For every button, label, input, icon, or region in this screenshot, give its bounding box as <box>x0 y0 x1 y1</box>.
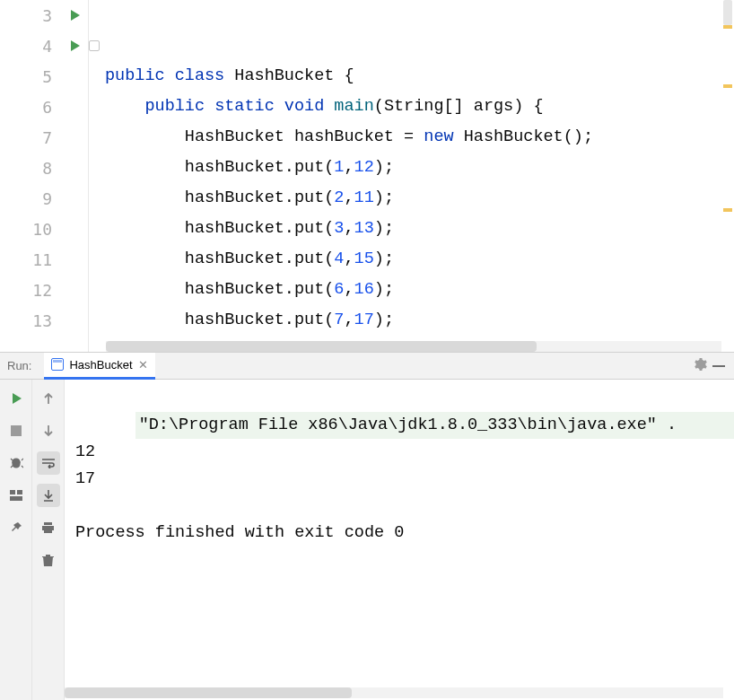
gutter-row[interactable]: 3 <box>0 0 88 31</box>
run-toolbar-secondary <box>32 380 65 700</box>
output-horizontal-scrollbar[interactable] <box>65 687 723 698</box>
line-number: 4 <box>42 37 52 56</box>
gutter-row[interactable]: 10 <box>0 214 88 244</box>
print-button[interactable] <box>37 516 60 539</box>
close-icon[interactable]: ✕ <box>138 358 148 372</box>
line-number: 3 <box>42 6 52 25</box>
output-line: 17 <box>75 466 734 493</box>
gutter-row[interactable]: 7 <box>0 122 88 153</box>
output-line <box>75 493 734 520</box>
line-number: 10 <box>32 220 52 239</box>
line-number: 12 <box>32 281 52 300</box>
scroll-to-end-button[interactable] <box>37 484 60 507</box>
code-editor[interactable]: 345678910111213 public class HashBucket … <box>0 0 734 352</box>
line-number: 6 <box>42 98 52 117</box>
pin-button[interactable] <box>4 516 28 539</box>
gutter-row[interactable]: 11 <box>0 244 88 275</box>
line-number: 7 <box>42 128 52 147</box>
code-line[interactable]: hashBucket.put(7,17); <box>105 305 734 336</box>
gutter-row[interactable]: 8 <box>0 153 88 183</box>
code-line[interactable]: hashBucket.put(6,16); <box>105 275 734 305</box>
layout-button[interactable] <box>4 484 28 507</box>
run-toolbar-primary <box>0 380 32 700</box>
code-line[interactable]: hashBucket.put(4,15); <box>105 244 734 275</box>
output-command-line: "D:\Program File x86\Java\jdk1.8.0_333\b… <box>135 412 734 439</box>
gutter-row[interactable]: 9 <box>0 183 88 214</box>
minimize-icon[interactable] <box>712 365 725 367</box>
scrollbar-thumb[interactable] <box>106 341 537 352</box>
warning-stripe-mark[interactable] <box>723 208 732 212</box>
code-line[interactable]: hashBucket.put(2,11); <box>105 183 734 214</box>
up-button[interactable] <box>37 387 60 410</box>
run-gutter-icon[interactable] <box>70 9 81 22</box>
delete-button[interactable] <box>37 548 60 572</box>
run-tab-label: HashBucket <box>69 358 132 372</box>
svg-rect-0 <box>11 425 22 436</box>
warning-stripe-mark[interactable] <box>723 25 732 29</box>
code-line[interactable]: public static void main(String[] args) { <box>105 92 734 122</box>
horizontal-scrollbar[interactable] <box>106 341 721 352</box>
line-number: 9 <box>42 189 52 208</box>
run-output[interactable]: "D:\Program File x86\Java\jdk1.8.0_333\b… <box>65 380 734 700</box>
svg-rect-1 <box>10 490 15 494</box>
line-number: 8 <box>42 159 52 178</box>
debug-button[interactable] <box>4 451 28 475</box>
gutter-row[interactable]: 13 <box>0 305 88 336</box>
line-number: 13 <box>32 311 52 330</box>
run-gutter-icon[interactable] <box>70 39 81 52</box>
code-line[interactable]: public class HashBucket { <box>105 61 734 92</box>
fold-handle[interactable] <box>89 40 100 51</box>
output-line: Process finished with exit code 0 <box>75 520 734 547</box>
output-line: 12 <box>75 439 734 466</box>
run-config-tab[interactable]: HashBucket ✕ <box>44 353 154 380</box>
gear-icon[interactable] <box>693 357 707 374</box>
gutter-row[interactable]: 12 <box>0 275 88 305</box>
editor-gutter: 345678910111213 <box>0 0 89 352</box>
line-number: 11 <box>32 250 52 269</box>
run-label: Run: <box>7 359 31 372</box>
run-body: "D:\Program File x86\Java\jdk1.8.0_333\b… <box>0 380 734 700</box>
warning-stripe-mark[interactable] <box>723 84 732 88</box>
stop-button[interactable] <box>4 419 28 442</box>
rerun-button[interactable] <box>4 387 28 410</box>
gutter-row[interactable]: 4 <box>0 31 88 61</box>
svg-rect-2 <box>17 490 22 494</box>
code-line[interactable]: HashBucket hashBucket = new HashBucket()… <box>105 122 734 153</box>
gutter-row[interactable]: 5 <box>0 61 88 92</box>
run-header: Run: HashBucket ✕ <box>0 353 734 380</box>
scrollbar-thumb[interactable] <box>65 687 352 698</box>
code-line[interactable]: hashBucket.put(1,12); <box>105 153 734 183</box>
code-lines[interactable]: public class HashBucket { public static … <box>89 0 734 352</box>
code-line[interactable]: hashBucket.put(3,13); <box>105 214 734 244</box>
run-panel: Run: HashBucket ✕ <box>0 353 734 700</box>
scrollbar-thumb[interactable] <box>723 0 732 25</box>
app-icon <box>51 358 64 371</box>
error-stripe[interactable] <box>721 0 734 352</box>
down-button[interactable] <box>37 419 60 442</box>
soft-wrap-button[interactable] <box>37 451 60 475</box>
line-number: 5 <box>42 67 52 86</box>
gutter-row[interactable]: 6 <box>0 92 88 122</box>
svg-rect-3 <box>10 496 22 501</box>
